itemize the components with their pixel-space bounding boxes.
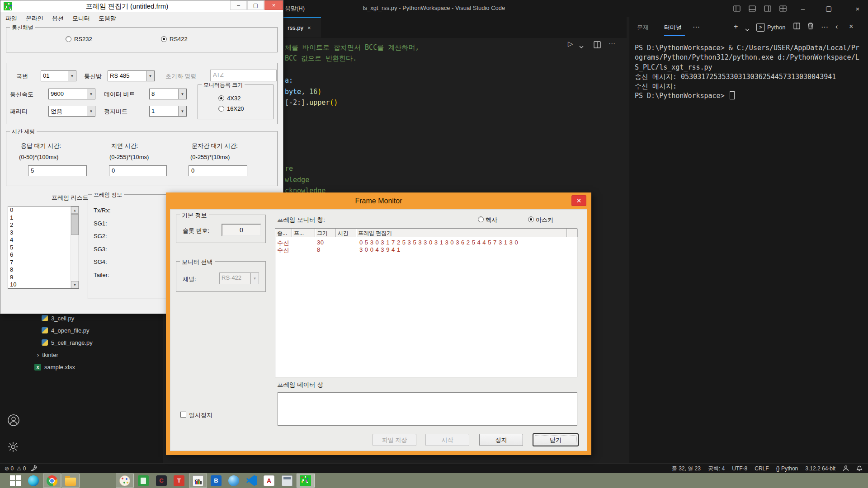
frame-list-item[interactable]: 7: [8, 259, 79, 267]
panel-more-icon[interactable]: ⋯: [693, 23, 700, 31]
dialog-button-stop[interactable]: 정지: [479, 434, 523, 446]
frame-monitor-close-icon[interactable]: ✕: [571, 195, 586, 206]
frame-list-item[interactable]: 1: [8, 214, 79, 222]
explorer-item-3_cell.py[interactable]: 3_cell.py: [42, 313, 74, 324]
vscode-maximize-icon[interactable]: ▢: [818, 0, 839, 17]
taskbar-app-acrobat[interactable]: A: [260, 474, 278, 488]
taskbar-app-start[interactable]: [6, 474, 24, 488]
taskbar-app-frame-editor[interactable]: [297, 474, 315, 488]
frame-monitor-table[interactable]: 종...프...크기시간프레임 편집기수신300 5 3 0 3 1 7 2 5…: [275, 228, 577, 377]
column-header[interactable]: 시간: [336, 229, 356, 237]
column-header[interactable]: [567, 229, 578, 237]
split-terminal-icon[interactable]: [793, 23, 800, 31]
radio-rs232[interactable]: [66, 36, 71, 42]
radio-hex[interactable]: [478, 216, 484, 222]
tab-close-icon[interactable]: ×: [307, 24, 311, 31]
vscode-minimize-icon[interactable]: –: [793, 0, 813, 17]
terminal-more-icon[interactable]: ⋯: [821, 23, 828, 31]
scroll-up-icon[interactable]: ▲: [71, 206, 79, 214]
taskbar-app-paint[interactable]: [116, 474, 134, 488]
accounts-icon[interactable]: [7, 414, 20, 428]
vscode-close-icon[interactable]: ×: [847, 0, 868, 17]
time-field-input[interactable]: 5: [28, 165, 87, 176]
radio-4x32[interactable]: [218, 95, 224, 101]
tab-terminal[interactable]: 터미널: [664, 23, 682, 32]
frame-list-item[interactable]: 3: [8, 229, 79, 237]
baud-combo[interactable]: 9600▼: [48, 89, 95, 99]
column-header[interactable]: 프...: [292, 229, 315, 237]
kill-terminal-trash-icon[interactable]: [807, 23, 814, 31]
dialog-button-close[interactable]: 닫기: [533, 434, 578, 446]
taskbar-app-cimon[interactable]: C: [152, 474, 170, 488]
frame-editor-titlebar[interactable]: 프레임 편집기 (untitled.frm) – ▢ ×: [0, 0, 283, 12]
comm-method-combo[interactable]: RS 485▼: [108, 70, 155, 81]
taskbar-app-touchtool[interactable]: T: [170, 474, 188, 488]
frame-list-item[interactable]: 4: [8, 236, 79, 244]
taskbar-app-installer[interactable]: [278, 474, 296, 488]
toggle-sidebar-icon[interactable]: [733, 5, 741, 12]
taskbar-app-edge[interactable]: [24, 474, 42, 488]
status-item[interactable]: CRLF: [755, 465, 769, 472]
taskbar-app-sphere[interactable]: [225, 474, 243, 488]
toggle-secondary-sidebar-icon[interactable]: [764, 5, 771, 12]
parity-combo[interactable]: 없음▼: [48, 106, 95, 117]
frame-editor-close-icon[interactable]: ×: [264, 0, 283, 10]
menu-파일[interactable]: 파일: [5, 14, 17, 23]
scroll-thumb[interactable]: [71, 214, 79, 235]
init-cmd-input[interactable]: ATZ: [210, 70, 277, 81]
taskbar-app-chrome[interactable]: [43, 474, 61, 488]
explorer-item-5_cell_range.py[interactable]: 5_cell_range.py: [42, 337, 93, 348]
frame-data-textarea[interactable]: [278, 392, 577, 426]
scroll-down-icon[interactable]: ▼: [71, 281, 79, 288]
status-item[interactable]: UTF-8: [732, 465, 747, 472]
problems-status[interactable]: ⊘ 0 ⚠ 0: [5, 465, 26, 472]
frame-list-item[interactable]: 6: [8, 251, 79, 259]
run-python-icon[interactable]: ▷: [568, 40, 573, 48]
frame-list-item[interactable]: 8: [8, 266, 79, 274]
column-header[interactable]: 프레임 편집기: [356, 229, 567, 237]
terminal-dropdown-chevron-icon[interactable]: [745, 25, 750, 33]
status-item[interactable]: 공백: 4: [708, 465, 725, 473]
radio-ascii[interactable]: [528, 216, 534, 222]
frame-list-item[interactable]: 0: [8, 206, 79, 214]
taskbar-app-explorer[interactable]: [61, 474, 80, 488]
frame-editor-minimize-icon[interactable]: –: [230, 0, 247, 10]
split-editor-icon[interactable]: [594, 41, 601, 50]
frame-list[interactable]: 012345678910 ▲ ▼: [8, 206, 79, 289]
customize-layout-icon[interactable]: [779, 5, 787, 12]
terminal-output[interactable]: PS D:\PythonWorkspace> & C:/Users/USER/A…: [635, 43, 859, 101]
column-header[interactable]: 크기: [315, 229, 336, 237]
profile-icon[interactable]: [843, 465, 849, 473]
frame-list-item[interactable]: 5: [8, 244, 79, 252]
status-item[interactable]: {} Python: [776, 465, 798, 472]
explorer-item-tkinter[interactable]: ›tkinter: [37, 349, 58, 360]
frame-list-item[interactable]: 2: [8, 221, 79, 229]
frame-monitor-title[interactable]: Frame Monitor: [166, 192, 591, 209]
taskbar-app-vscode[interactable]: [243, 474, 261, 488]
data-bits-combo[interactable]: 8▼: [149, 89, 187, 99]
menu-도움말[interactable]: 도움말: [99, 14, 116, 23]
status-item[interactable]: 3.12.2 64-bit: [805, 465, 835, 472]
taskbar-app-viewer3d[interactable]: [80, 474, 98, 488]
pause-checkbox[interactable]: [180, 412, 186, 418]
launch-rocket-icon[interactable]: [31, 465, 37, 473]
radio-rs422[interactable]: [161, 36, 167, 42]
menu-온라인[interactable]: 온라인: [26, 14, 43, 23]
taskbar-app-xg5000[interactable]: [134, 474, 152, 488]
menu-모니터[interactable]: 모니터: [72, 14, 90, 23]
run-dropdown-chevron-icon[interactable]: [579, 42, 584, 50]
editor-more-actions-icon[interactable]: ⋯: [609, 40, 615, 48]
column-header[interactable]: 종...: [275, 229, 292, 237]
frame-list-item[interactable]: 9: [8, 274, 79, 282]
new-terminal-icon[interactable]: +: [734, 23, 738, 31]
status-item[interactable]: 줄 32, 열 23: [672, 465, 701, 473]
stop-bits-combo[interactable]: 1▼: [149, 106, 187, 117]
station-combo[interactable]: 01▼: [41, 70, 76, 81]
taskbar-app-calculator[interactable]: [98, 474, 116, 488]
frame-list-scrollbar[interactable]: ▲ ▼: [71, 206, 79, 288]
settings-gear-icon[interactable]: [7, 441, 19, 455]
explorer-item-4_open_file.py[interactable]: 4_open_file.py: [42, 325, 90, 336]
explorer-item-sample.xlsx[interactable]: xsample.xlsx: [34, 361, 75, 372]
toggle-panel-icon[interactable]: [749, 5, 756, 12]
time-field-input[interactable]: 0: [189, 165, 247, 176]
